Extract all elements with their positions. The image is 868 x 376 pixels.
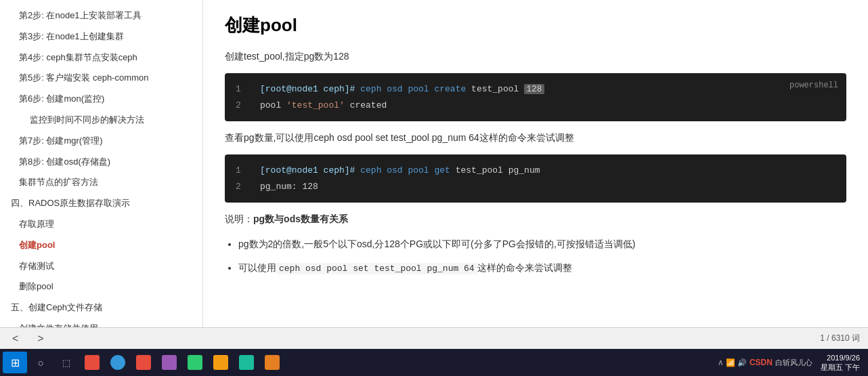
sidebar-item-principle[interactable]: 存取原理 bbox=[0, 214, 202, 235]
search-button[interactable]: ○ bbox=[28, 352, 53, 373]
taskbar-weekday: 星期五 下午 bbox=[821, 362, 860, 372]
taskbar-app-6[interactable] bbox=[209, 352, 233, 373]
code-line-2-1: 1 [root@node1 ceph]# ceph osd pool get t… bbox=[236, 163, 836, 178]
taskbar: ⊞ ○ ⬚ ∧ 📶 🔊 CSDN 白斩风儿心 bbox=[0, 349, 868, 376]
taskbar-time: 2019/9/26 星期五 下午 bbox=[815, 353, 865, 373]
code-block-1: powershell 1 [root@node1 ceph]# ceph osd… bbox=[225, 73, 846, 121]
taskbar-app-8[interactable] bbox=[260, 352, 284, 373]
start-button[interactable]: ⊞ bbox=[3, 352, 27, 373]
code-content-1-2: pool 'test_pool' created bbox=[260, 98, 387, 113]
code-line-1-2: 2 pool 'test_pool' created bbox=[236, 98, 836, 113]
bullet-item-1: pg数为2的倍数,一般5个以下osd,分128个PG或以下即可(分多了PG会报错… bbox=[238, 236, 846, 253]
code-block-2: 1 [root@node1 ceph]# ceph osd pool get t… bbox=[225, 154, 846, 203]
taskbar-app-3[interactable] bbox=[131, 352, 156, 373]
sidebar-item-step3[interactable]: 第3步: 在node1上创建集群 bbox=[0, 26, 202, 47]
note-prefix: 说明： bbox=[225, 213, 253, 224]
taskbar-app-7[interactable] bbox=[234, 352, 259, 373]
content-area: 创建pool 创建test_pool,指定pg数为128 powershell … bbox=[203, 0, 868, 327]
prev-button[interactable]: < bbox=[8, 331, 22, 346]
system-tray: ∧ 📶 🔊 bbox=[718, 358, 747, 367]
csdn-brand: CSDN bbox=[750, 358, 773, 367]
line-number-1: 1 bbox=[236, 81, 249, 97]
sidebar-item-createfile[interactable]: 创建文件存储并使用 bbox=[0, 318, 202, 327]
taskbar-user: 白斩风儿心 bbox=[775, 358, 812, 368]
next-button[interactable]: > bbox=[33, 331, 47, 346]
search-icon: ○ bbox=[37, 357, 43, 369]
sidebar-section-four[interactable]: 四、RADOS原生数据存取演示 bbox=[0, 193, 202, 214]
bullet-item-2: 可以使用ceph osd pool set test_pool pg_num 6… bbox=[238, 259, 846, 276]
code-content-1-1: [root@node1 ceph]# ceph osd pool create … bbox=[260, 81, 544, 97]
page-title: 创建pool bbox=[225, 14, 846, 37]
windows-icon: ⊞ bbox=[11, 356, 20, 369]
sidebar-item-step7[interactable]: 第7步: 创建mgr(管理) bbox=[0, 131, 202, 152]
bullet-list: pg数为2的倍数,一般5个以下osd,分128个PG或以下即可(分多了PG会报错… bbox=[238, 236, 846, 277]
taskbar-app-5[interactable] bbox=[183, 352, 207, 373]
code-content-2-2: pg_num: 128 bbox=[260, 179, 318, 194]
tray-icon-network: 📶 bbox=[726, 358, 735, 367]
word-count: 1 / 6310 词 bbox=[820, 333, 860, 344]
sidebar-section-five[interactable]: 五、创建Ceph文件存储 bbox=[0, 297, 202, 318]
sidebar-item-step8[interactable]: 第8步: 创建osd(存储盘) bbox=[0, 152, 202, 173]
powershell-badge: powershell bbox=[789, 79, 838, 93]
desc-text-2: 查看pg数量,可以使用ceph osd pool set test_pool p… bbox=[225, 129, 846, 146]
tray-icon-speaker: 🔊 bbox=[737, 358, 747, 367]
tray-icon-1: ∧ bbox=[718, 358, 724, 367]
line-number-2: 2 bbox=[236, 98, 249, 113]
taskbar-app-4[interactable] bbox=[157, 352, 181, 373]
note-text: 说明：pg数与ods数量有关系 bbox=[225, 211, 846, 228]
bottom-bar: < > 1 / 6310 词 bbox=[0, 327, 868, 349]
sidebar-item-step6[interactable]: 第6步: 创建mon(监控) bbox=[0, 89, 202, 110]
sidebar-item-step5[interactable]: 第5步: 客户端安装 ceph-common bbox=[0, 68, 202, 89]
sidebar-item-expand[interactable]: 集群节点的扩容方法 bbox=[0, 172, 202, 193]
task-view-icon: ⬚ bbox=[62, 358, 70, 368]
code-content-2-1: [root@node1 ceph]# ceph osd pool get tes… bbox=[260, 163, 540, 178]
sidebar: 第2步: 在node1上安装部署工具 第3步: 在node1上创建集群 第4步:… bbox=[0, 0, 203, 327]
code-line-1-1: 1 [root@node1 ceph]# ceph osd pool creat… bbox=[236, 81, 836, 97]
note-bold: pg数与ods数量有关系 bbox=[253, 213, 348, 224]
sidebar-item-storagetest[interactable]: 存储测试 bbox=[0, 256, 202, 277]
sidebar-item-step2[interactable]: 第2步: 在node1上安装部署工具 bbox=[0, 5, 202, 26]
taskbar-app-2[interactable] bbox=[106, 352, 130, 373]
taskbar-right: ∧ 📶 🔊 CSDN 白斩风儿心 2019/9/26 星期五 下午 bbox=[718, 353, 865, 373]
taskbar-date: 2019/9/26 bbox=[821, 353, 860, 362]
line-number-2-2: 2 bbox=[236, 179, 249, 194]
taskbar-app-1[interactable] bbox=[80, 352, 104, 373]
task-view-button[interactable]: ⬚ bbox=[54, 352, 79, 373]
sidebar-item-deletepool[interactable]: 删除pool bbox=[0, 276, 202, 297]
line-number-2-1: 1 bbox=[236, 163, 249, 178]
sidebar-item-createpool[interactable]: 创建pool bbox=[0, 235, 202, 256]
sidebar-item-step6-sub[interactable]: 监控到时间不同步的解决方法 bbox=[0, 110, 202, 131]
code-line-2-2: 2 pg_num: 128 bbox=[236, 179, 836, 194]
code-inline-1: ceph osd pool set test_pool pg_num 64 bbox=[276, 263, 477, 274]
desc-text-1: 创建test_pool,指定pg数为128 bbox=[225, 48, 846, 65]
sidebar-item-step4[interactable]: 第4步: ceph集群节点安装ceph bbox=[0, 47, 202, 68]
